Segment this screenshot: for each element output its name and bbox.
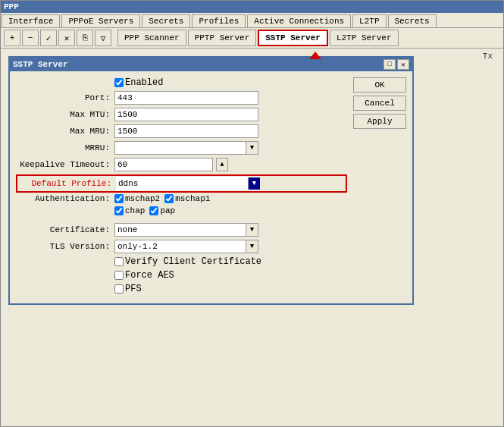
ok-button[interactable]: OK <box>353 77 406 93</box>
tab-profiles[interactable]: Profiles <box>192 14 246 27</box>
toolbar: + − ✓ ✕ ⎘ ▽ PPP Scanner PPTP Server SSTP… <box>1 28 503 49</box>
tab-interface[interactable]: Interface <box>2 14 60 27</box>
verify-cert-text: Verify Client Certificate <box>125 256 261 267</box>
tab-bar: Interface PPPoE Servers Secrets Profiles… <box>1 13 503 28</box>
l2tp-server-button[interactable]: L2TP Server <box>330 30 399 46</box>
mrru-dropdown: ▼ <box>114 141 258 155</box>
dialog-minimize-button[interactable]: □ <box>383 59 396 70</box>
pfs-checkbox-label[interactable]: PFS <box>114 284 142 294</box>
mrru-label: MRRU: <box>16 143 114 152</box>
check-button[interactable]: ✓ <box>40 30 57 46</box>
tab-active-connections[interactable]: Active Connections <box>247 14 351 27</box>
auth-checkboxes: mschap2 mschap1 <box>114 194 210 203</box>
mrru-row: MRRU: ▼ <box>16 141 347 155</box>
filter-button[interactable]: ▽ <box>95 30 111 46</box>
dialog-title-bar: SSTP Server □ ✕ <box>10 58 412 71</box>
keepalive-up-button[interactable]: ▲ <box>216 158 228 171</box>
pfs-text: PFS <box>125 284 142 294</box>
port-input[interactable] <box>114 91 258 105</box>
remove-button[interactable]: − <box>22 30 39 46</box>
default-profile-dropdown: ▼ <box>116 177 260 190</box>
cancel-button[interactable]: Cancel <box>353 96 406 111</box>
dialog-close-button[interactable]: ✕ <box>397 59 409 70</box>
tls-version-label: TLS Version: <box>16 242 114 251</box>
chap-label[interactable]: chap <box>114 206 145 215</box>
mschap1-text: mschap1 <box>175 194 210 203</box>
pap-text: pap <box>160 206 175 215</box>
enabled-label: Enabled <box>125 77 163 88</box>
keepalive-row: Keepalive Timeout: ▲ <box>16 158 347 171</box>
dialog-buttons: OK Cancel Apply <box>353 77 406 297</box>
verify-cert-row: Verify Client Certificate <box>114 256 347 267</box>
max-mru-row: Max MRU: <box>16 124 347 138</box>
certificate-dropdown: ▼ <box>114 223 258 237</box>
pfs-row: PFS <box>114 284 347 294</box>
max-mtu-input[interactable] <box>114 108 258 121</box>
default-profile-dropdown-arrow[interactable]: ▼ <box>248 177 260 190</box>
tab-secrets[interactable]: Secrets <box>142 14 190 27</box>
pptp-server-button[interactable]: PPTP Server <box>188 30 257 46</box>
certificate-label: Certificate: <box>16 225 114 234</box>
auth-label: Authentication: <box>16 194 114 203</box>
chap-text: chap <box>125 206 145 215</box>
apply-button[interactable]: Apply <box>353 114 406 129</box>
mrru-dropdown-arrow[interactable]: ▼ <box>246 142 258 154</box>
certificate-dropdown-arrow[interactable]: ▼ <box>246 224 258 236</box>
tls-version-row: TLS Version: ▼ <box>16 240 347 253</box>
x-button[interactable]: ✕ <box>58 30 75 46</box>
sstp-server-button[interactable]: SSTP Server <box>258 30 328 46</box>
tls-version-dropdown: ▼ <box>114 240 258 253</box>
tab-pppoe-servers[interactable]: PPPoE Servers <box>61 14 140 27</box>
default-profile-input[interactable] <box>116 177 248 190</box>
pfs-checkbox[interactable] <box>114 284 124 294</box>
copy-button[interactable]: ⎘ <box>77 30 93 46</box>
tls-version-dropdown-arrow[interactable]: ▼ <box>246 240 258 253</box>
max-mtu-row: Max MTU: <box>16 108 347 121</box>
verify-cert-checkbox[interactable] <box>114 257 124 266</box>
auth-row: Authentication: mschap2 mschap1 <box>16 194 347 203</box>
chap-pap-row: chap pap <box>114 206 347 215</box>
port-label: Port: <box>16 93 114 102</box>
tls-version-input[interactable] <box>115 240 246 253</box>
tab-l2tp[interactable]: L2TP <box>352 14 386 27</box>
max-mru-input[interactable] <box>114 124 258 138</box>
mrru-input[interactable] <box>115 142 246 154</box>
add-button[interactable]: + <box>4 30 20 46</box>
tab-secrets2[interactable]: Secrets <box>388 14 437 27</box>
pap-checkbox[interactable] <box>149 206 158 215</box>
certificate-input[interactable] <box>115 224 246 236</box>
mschap2-checkbox[interactable] <box>114 194 124 203</box>
mschap1-checkbox[interactable] <box>164 194 174 203</box>
dialog-body: Enabled Port: Max MTU: <box>10 71 412 303</box>
pap-label[interactable]: pap <box>149 206 175 215</box>
main-window: PPP Interface PPPoE Servers Secrets Prof… <box>0 0 504 427</box>
force-aes-checkbox-label[interactable]: Force AES <box>114 270 174 281</box>
keepalive-label: Keepalive Timeout: <box>16 160 114 169</box>
dialog-title-buttons: □ ✕ <box>383 59 409 70</box>
sstp-dialog: SSTP Server □ ✕ Enabled <box>8 56 414 305</box>
content-area: Tx SSTP Server □ ✕ <box>1 49 503 426</box>
chap-checkbox[interactable] <box>114 206 124 215</box>
enabled-row: Enabled <box>114 77 347 88</box>
default-profile-label: Default Profile: <box>17 179 116 188</box>
force-aes-checkbox[interactable] <box>114 271 124 280</box>
default-profile-row: Default Profile: ▼ <box>16 174 347 193</box>
max-mtu-label: Max MTU: <box>16 110 114 119</box>
force-aes-text: Force AES <box>125 270 174 281</box>
title-bar: PPP <box>1 1 503 13</box>
mschap2-label[interactable]: mschap2 <box>114 194 160 203</box>
mschap1-label[interactable]: mschap1 <box>164 194 210 203</box>
enabled-checkbox-label[interactable]: Enabled <box>114 77 163 88</box>
verify-cert-checkbox-label[interactable]: Verify Client Certificate <box>114 256 261 267</box>
tx-column-header: Tx <box>480 50 496 62</box>
chap-pap-checkboxes: chap pap <box>114 206 175 215</box>
dialog-arrow <box>309 52 321 59</box>
mschap2-text: mschap2 <box>125 194 160 203</box>
keepalive-input[interactable] <box>114 158 213 171</box>
window-title: PPP <box>4 2 19 11</box>
enabled-checkbox[interactable] <box>114 78 124 87</box>
max-mru-label: Max MRU: <box>16 127 114 136</box>
certificate-row: Certificate: ▼ <box>16 223 347 237</box>
dialog-title-label: SSTP Server <box>13 60 68 69</box>
ppp-scanner-button[interactable]: PPP Scanner <box>117 30 186 46</box>
